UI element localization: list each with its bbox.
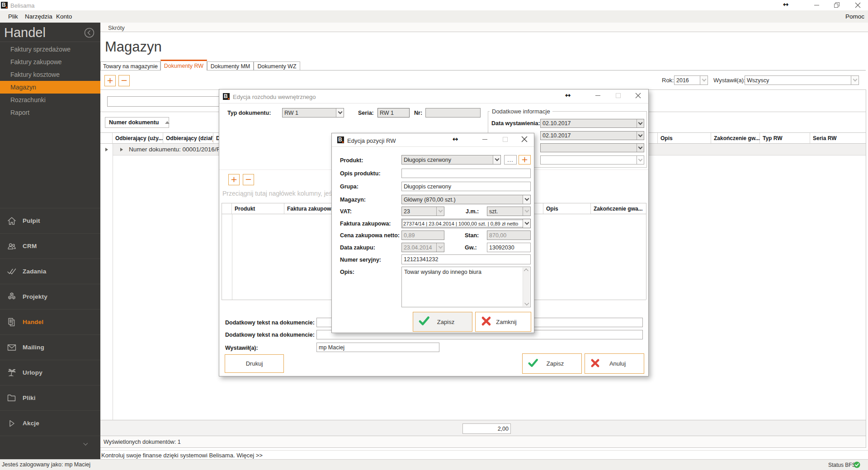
sidebar-item-faktury-zakupowe[interactable]: Faktury zakupowe: [0, 56, 100, 68]
sidebar-module-pliki[interactable]: Pliki: [0, 385, 100, 410]
dialog-close-button[interactable]: [520, 135, 528, 143]
dialog-close-button[interactable]: [634, 91, 642, 99]
dialog-maximize-button[interactable]: [614, 91, 622, 99]
sidebar-item-magazyn[interactable]: Magazyn: [0, 81, 100, 94]
dialog-minimize-button[interactable]: [481, 135, 489, 143]
opis-produktu-input[interactable]: [401, 169, 531, 178]
menu-pomoc[interactable]: Pomoc: [845, 10, 864, 23]
dropdown-chevron-icon[interactable]: [637, 144, 644, 152]
positions-column-zakonczenie[interactable]: Zakończenie gwa...: [591, 203, 646, 214]
dialog-maximize-button[interactable]: [501, 135, 509, 143]
dropdown-chevron-icon[interactable]: [637, 132, 644, 140]
seria-input[interactable]: RW 1: [377, 108, 410, 118]
rok-select[interactable]: 2016: [674, 75, 708, 85]
textarea-scrollbar[interactable]: [523, 268, 530, 306]
tab-skroty[interactable]: Skróty: [108, 24, 125, 31]
sidebar-module-crm[interactable]: CRM: [0, 233, 100, 258]
zamknij-button[interactable]: Zamknij: [475, 312, 531, 332]
dodatkowe-select-3[interactable]: [540, 143, 644, 152]
anuluj-button[interactable]: Anuluj: [585, 353, 644, 374]
sidebar-divider: [0, 436, 100, 436]
dropdown-chevron-icon[interactable]: [637, 156, 644, 164]
vat-select[interactable]: 23: [401, 207, 444, 216]
sidebar-module-zadania[interactable]: Zadania: [0, 258, 100, 284]
sidebar-module-pulpit[interactable]: Pulpit: [0, 208, 100, 233]
dropdown-chevron-icon[interactable]: [523, 195, 530, 204]
sidebar-module-projekty[interactable]: Projekty: [0, 284, 100, 309]
menu-plik[interactable]: Plik: [8, 10, 18, 23]
expand-arrow-icon[interactable]: [120, 148, 123, 151]
wystawil-select[interactable]: Wszyscy: [745, 75, 859, 85]
sidebar-module-akcje[interactable]: Akcje: [0, 410, 100, 436]
remove-position-button[interactable]: −: [243, 174, 254, 185]
sidebar-expand-button[interactable]: [84, 442, 87, 445]
close-button[interactable]: [854, 1, 862, 9]
resize-horizontal-icon[interactable]: ↔: [564, 91, 572, 99]
dialog-minimize-button[interactable]: [594, 91, 602, 99]
numer-seryjny-input[interactable]: 12121341232: [401, 254, 531, 264]
group-by-field[interactable]: Numer dokumentu: [105, 117, 169, 128]
faktura-zakupowa-select[interactable]: 27374/14 | 23.04.2014 | 1000,00 szt. | 0…: [401, 219, 531, 228]
sidebar-item-rozrachunki[interactable]: Rozrachunki: [0, 94, 100, 106]
jm-select[interactable]: szt.: [487, 207, 531, 216]
tab-dokumenty-wz[interactable]: Dokumenty WZ: [254, 61, 300, 70]
restore-button[interactable]: [833, 1, 841, 9]
grupa-value: Długopis czerwony: [404, 183, 451, 190]
row-expand-arrow-icon[interactable]: [105, 148, 108, 151]
zapisz-button[interactable]: Zapisz: [522, 353, 582, 374]
resize-horizontal-icon[interactable]: ↔: [451, 135, 459, 143]
positions-column-opis[interactable]: Opis: [543, 203, 591, 214]
drukuj-button[interactable]: Drukuj: [225, 354, 284, 373]
promo-text[interactable]: Kontroluj swoje finanse dzięki systemowi…: [101, 452, 263, 459]
data-wystawienia-select[interactable]: 02.10.2017: [540, 119, 644, 128]
resize-horizontal-icon[interactable]: ↔: [782, 0, 790, 9]
scroll-up-icon[interactable]: [524, 268, 528, 273]
sidebar-item-raport[interactable]: Raport: [0, 106, 100, 119]
dropdown-chevron-icon[interactable]: [851, 76, 859, 85]
sidebar-item-faktury-sprzedazowe[interactable]: Faktury sprzedażowe: [0, 43, 100, 56]
column-header-seria-rw[interactable]: Seria RW: [810, 133, 866, 144]
column-header-typ-rw[interactable]: Typ RW: [760, 133, 810, 144]
opis-textarea[interactable]: Towar wysłany do innego biura: [401, 267, 531, 307]
grupa-input[interactable]: Długopis czerwony: [401, 182, 531, 191]
column-header-odbierajacy-dzial[interactable]: Odbierający (dział): [163, 133, 213, 144]
produkt-add-button[interactable]: +: [519, 155, 531, 164]
dropdown-chevron-icon[interactable]: [523, 219, 530, 228]
dropdown-chevron-icon[interactable]: [493, 155, 500, 164]
dropdown-chevron-icon[interactable]: [637, 119, 644, 127]
remove-document-button[interactable]: −: [118, 75, 130, 86]
collapse-back-button[interactable]: [84, 28, 94, 40]
positions-grid-left-border: [222, 203, 222, 300]
data-wystawienia-value: 02.10.2017: [542, 120, 571, 127]
produkt-browse-button[interactable]: ...: [504, 155, 517, 164]
dropdown-chevron-icon[interactable]: [700, 76, 708, 85]
dialog-title-divider: [219, 103, 648, 103]
tab-towary-na-magazynie[interactable]: Towary na magazynie: [100, 61, 160, 70]
dropdown-chevron-icon[interactable]: [336, 108, 344, 117]
column-header-odbierajacy-uzy[interactable]: Odbierający (uży...: [113, 133, 163, 144]
zapisz-pozycji-button[interactable]: Zapisz: [413, 312, 472, 332]
column-header-opis[interactable]: Opis: [657, 133, 711, 144]
typ-dokumentu-select[interactable]: RW 1: [282, 108, 344, 118]
produkt-select[interactable]: Długopis czerwony: [401, 155, 501, 164]
magazyn-select[interactable]: Główny (870,00 szt.): [401, 195, 531, 204]
wystawil-dialog-input[interactable]: mp Maciej: [316, 343, 439, 352]
tab-dokumenty-mm[interactable]: Dokumenty MM: [207, 61, 254, 70]
nr-input[interactable]: [425, 108, 481, 118]
data-zakonczenia-select[interactable]: 02.10.2017: [540, 131, 644, 140]
menu-narzedzia[interactable]: Narzędzia: [25, 10, 52, 23]
minimize-button[interactable]: [812, 1, 821, 9]
column-header-zakonczenie[interactable]: Zakończenie gw...: [711, 133, 760, 144]
sidebar-module-urlopy[interactable]: Urlopy: [0, 360, 100, 385]
sidebar-module-mailing[interactable]: Mailing: [0, 334, 100, 360]
scroll-down-icon[interactable]: [524, 301, 529, 306]
sidebar-module-handel[interactable]: Handel: [0, 309, 100, 334]
add-document-button[interactable]: +: [104, 75, 116, 86]
dodatkowe-select-4[interactable]: [540, 155, 644, 164]
sidebar-item-faktury-kosztowe[interactable]: Faktury kosztowe: [0, 68, 100, 81]
add-position-button[interactable]: +: [228, 174, 240, 185]
positions-column-produkt[interactable]: Produkt: [232, 203, 284, 214]
tab-dokumenty-rw[interactable]: Dokumenty RW: [160, 60, 207, 70]
gw-input[interactable]: 13092030: [487, 243, 531, 252]
menu-konto[interactable]: Konto: [56, 10, 72, 23]
